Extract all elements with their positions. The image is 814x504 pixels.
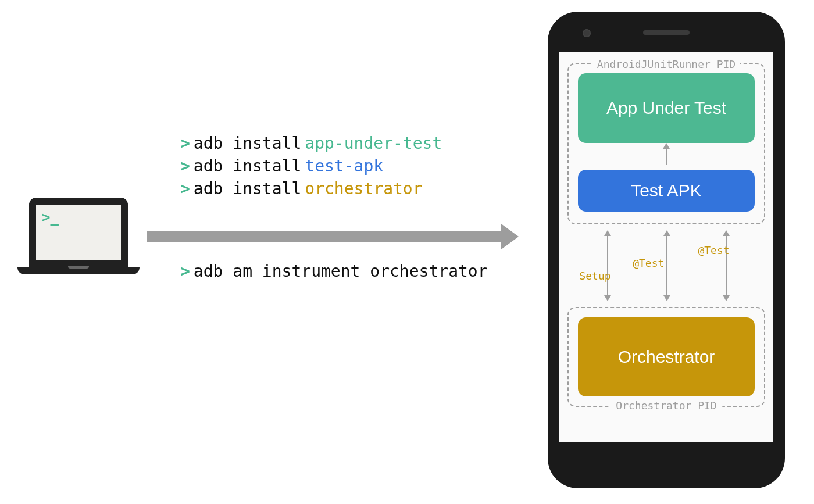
orchestrator-pid-label: Orchestrator PID xyxy=(610,399,722,412)
junit-runner-pid-box: AndroidJUnitRunner PID App Under Test Te… xyxy=(567,63,765,224)
phone-screen: AndroidJUnitRunner PID App Under Test Te… xyxy=(559,52,773,442)
flow-arrow xyxy=(147,231,519,242)
cmd-highlight-orchestrator: orchestrator xyxy=(305,179,422,198)
laptop-screen-frame: >_ xyxy=(29,198,128,267)
cmd-text: adb install xyxy=(194,179,301,198)
junit-pid-label: AndroidJUnitRunner PID xyxy=(592,58,740,70)
label-test2: @Test xyxy=(698,244,729,256)
terminal-install-commands: > adb install app-under-test > adb insta… xyxy=(180,134,442,202)
laptop-illustration: >_ xyxy=(29,198,140,274)
prompt-icon: > xyxy=(180,156,190,176)
cmd-text: adb install xyxy=(194,134,301,153)
prompt-icon: > xyxy=(180,179,190,198)
laptop-screen: >_ xyxy=(36,205,121,260)
cmd-highlight-app: app-under-test xyxy=(305,134,442,153)
arrow-app-to-test-icon xyxy=(666,148,667,165)
phone-body: AndroidJUnitRunner PID App Under Test Te… xyxy=(548,12,785,488)
arrow-line xyxy=(147,231,501,242)
cmd-text: adb install xyxy=(194,156,301,176)
arrow-setup-icon xyxy=(607,235,608,296)
prompt-icon: > xyxy=(180,262,190,281)
cmd-install-test: > adb install test-apk xyxy=(180,156,442,176)
phone-camera-icon xyxy=(583,29,591,37)
cmd-highlight-test: test-apk xyxy=(305,156,383,176)
laptop-prompt-icon: >_ xyxy=(42,209,59,226)
prompt-icon: > xyxy=(180,134,190,153)
cmd-install-app: > adb install app-under-test xyxy=(180,134,442,153)
laptop-notch xyxy=(68,266,89,269)
cmd-text: adb am instrument orchestrator xyxy=(194,262,488,281)
label-setup: Setup xyxy=(579,270,610,282)
arrow-test1-icon xyxy=(666,235,667,296)
phone-illustration: AndroidJUnitRunner PID App Under Test Te… xyxy=(548,12,785,488)
test-apk-block: Test APK xyxy=(578,170,755,212)
orchestrator-pid-box: Orchestrator Orchestrator PID xyxy=(567,307,765,407)
cmd-instrument: > adb am instrument orchestrator xyxy=(180,262,488,281)
phone-speaker-icon xyxy=(643,30,690,35)
orchestrator-arrows: Setup @Test @Test xyxy=(567,228,765,303)
cmd-install-orchestrator: > adb install orchestrator xyxy=(180,179,442,198)
app-under-test-block: App Under Test xyxy=(578,73,755,143)
arrow-head-icon xyxy=(501,224,519,249)
laptop-base xyxy=(17,267,140,274)
terminal-instrument-command: > adb am instrument orchestrator xyxy=(180,262,488,284)
label-test1: @Test xyxy=(633,257,664,269)
orchestrator-block: Orchestrator xyxy=(578,317,755,396)
